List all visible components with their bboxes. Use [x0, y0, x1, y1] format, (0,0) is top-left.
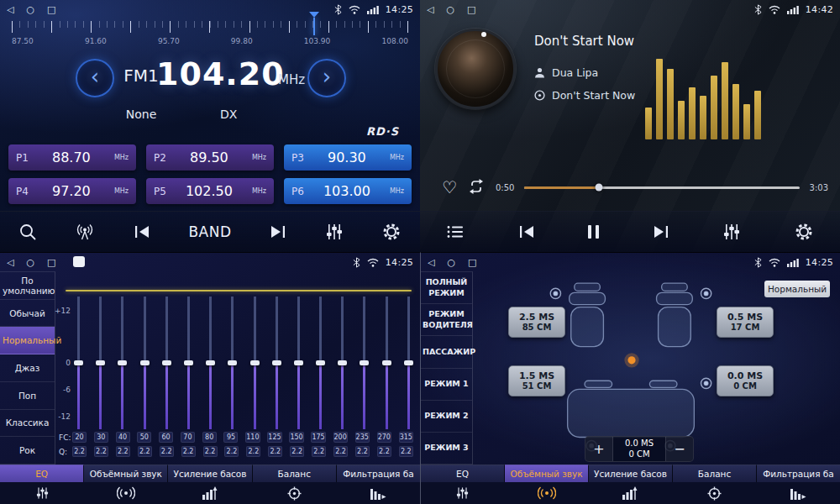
search-stations-button[interactable]: [15, 219, 40, 244]
recents-nav-icon[interactable]: □: [467, 4, 475, 15]
progress-bar[interactable]: [524, 186, 799, 189]
bottom-tab[interactable]: Фильтрация ба: [337, 465, 420, 482]
eq-preset-item[interactable]: Классика: [0, 410, 55, 438]
bottom-tab[interactable]: EQ: [421, 465, 505, 482]
slider-knob[interactable]: [250, 360, 260, 365]
eq-band-slider[interactable]: [228, 297, 237, 429]
audio-settings-button[interactable]: [322, 219, 347, 244]
recents-nav-icon[interactable]: □: [47, 257, 55, 268]
preset-button[interactable]: P2 89.50 MHz: [146, 144, 274, 171]
back-nav-icon[interactable]: ◁: [7, 257, 13, 268]
next-station-button[interactable]: [265, 221, 291, 243]
band-button[interactable]: BAND: [185, 220, 234, 244]
repeat-button[interactable]: [467, 178, 486, 197]
previous-station-button[interactable]: [129, 221, 155, 243]
filter-tab-icon[interactable]: [336, 486, 420, 500]
home-nav-icon[interactable]: ○: [26, 257, 34, 268]
bottom-tab[interactable]: Объёмный звук: [84, 465, 168, 482]
preset-button[interactable]: P6 103.00 MHz: [284, 178, 412, 204]
eq-tab-icon[interactable]: [421, 486, 505, 500]
preset-button[interactable]: P5 102.50 MHz: [146, 178, 274, 204]
eq-band-slider[interactable]: [184, 297, 193, 429]
eq-preset-item[interactable]: Поп: [0, 382, 55, 410]
bass-boost-tab-icon[interactable]: [168, 486, 252, 500]
speaker-delay-button[interactable]: 0.5 MS 17 CM: [717, 307, 774, 338]
increase-delay-button[interactable]: +: [585, 437, 613, 461]
home-nav-icon[interactable]: ○: [26, 4, 34, 15]
bottom-tab[interactable]: Усиление басов: [589, 465, 673, 482]
slider-knob[interactable]: [294, 360, 303, 365]
slider-knob[interactable]: [74, 360, 83, 365]
eq-band-slider[interactable]: [316, 297, 325, 429]
eq-preset-item[interactable]: Рок: [0, 437, 55, 465]
listening-mode-item[interactable]: ПАССАЖИР: [421, 336, 472, 368]
broadcast-scan-button[interactable]: [71, 219, 98, 244]
slider-knob[interactable]: [96, 360, 105, 365]
bottom-tab[interactable]: Усиление басов: [168, 465, 252, 482]
previous-track-button[interactable]: [514, 221, 539, 243]
back-nav-icon[interactable]: ◁: [7, 4, 13, 15]
eq-preset-item[interactable]: Джаз: [0, 354, 55, 382]
recents-nav-icon[interactable]: □: [47, 4, 55, 15]
speaker-delay-button[interactable]: 1.5 MS 51 CM: [508, 365, 565, 396]
home-nav-icon[interactable]: ○: [446, 4, 454, 15]
eq-band-slider[interactable]: [96, 297, 105, 429]
preset-button[interactable]: P3 90.30 MHz: [284, 144, 412, 171]
slider-knob[interactable]: [140, 360, 150, 365]
slider-knob[interactable]: [404, 360, 413, 365]
slider-knob[interactable]: [162, 360, 171, 365]
tune-up-button[interactable]: ›: [307, 59, 346, 97]
eq-band-slider[interactable]: [250, 297, 260, 429]
tuner-scale[interactable]: 87.5091.6095.7099.80103.90108.00: [12, 21, 408, 51]
listening-mode-item[interactable]: РЕЖИМ 2: [421, 401, 472, 433]
slider-knob[interactable]: [184, 360, 193, 365]
balance-tab-icon[interactable]: [672, 486, 756, 501]
slider-knob[interactable]: [118, 360, 127, 365]
listening-mode-item[interactable]: РЕЖИМ ВОДИТЕЛЯ: [421, 304, 472, 336]
eq-preset-item[interactable]: По умолчанию: [0, 272, 55, 300]
bottom-tab[interactable]: Объёмный звук: [505, 465, 589, 482]
listening-mode-item[interactable]: ПОЛНЫЙ РЕЖИМ: [421, 272, 472, 304]
decrease-delay-button[interactable]: −: [665, 437, 693, 461]
slider-knob[interactable]: [272, 360, 281, 365]
eq-band-slider[interactable]: [206, 297, 215, 429]
bottom-tab[interactable]: EQ: [0, 465, 84, 482]
bass-boost-tab-icon[interactable]: [589, 486, 673, 500]
eq-band-slider[interactable]: [382, 297, 391, 429]
slider-knob[interactable]: [228, 360, 237, 365]
settings-button[interactable]: [378, 218, 405, 245]
eq-band-slider[interactable]: [272, 297, 281, 429]
eq-band-slider[interactable]: [162, 297, 171, 429]
eq-band-slider[interactable]: [294, 297, 303, 429]
speaker-delay-button[interactable]: 0.0 MS 0 CM: [717, 365, 774, 396]
eq-band-slider[interactable]: [74, 297, 83, 429]
bottom-tab[interactable]: Фильтрация ба: [757, 465, 840, 482]
slider-knob[interactable]: [360, 360, 369, 365]
recents-nav-icon[interactable]: □: [468, 257, 476, 268]
speaker-delay-button[interactable]: 2.5 MS 85 CM: [508, 307, 565, 338]
slider-knob[interactable]: [382, 360, 391, 365]
favorite-button[interactable]: ♡: [442, 179, 457, 196]
eq-band-slider[interactable]: [338, 297, 347, 429]
eq-band-slider[interactable]: [140, 297, 150, 429]
eq-band-slider[interactable]: [404, 297, 413, 429]
bottom-tab[interactable]: Баланс: [253, 465, 337, 482]
preset-button[interactable]: P4 97.20 MHz: [8, 178, 136, 204]
balance-tab-icon[interactable]: [252, 486, 336, 501]
preset-button[interactable]: P1 88.70 MHz: [8, 144, 136, 171]
audio-settings-button[interactable]: [719, 219, 744, 244]
listening-mode-item[interactable]: РЕЖИМ 3: [421, 433, 472, 465]
eq-preset-item[interactable]: Обычай: [0, 300, 55, 328]
filter-tab-icon[interactable]: [756, 486, 840, 500]
eq-preset-item[interactable]: Нормальный: [0, 327, 55, 354]
back-nav-icon[interactable]: ◁: [427, 4, 433, 15]
progress-knob[interactable]: [595, 184, 602, 192]
eq-band-slider[interactable]: [360, 297, 369, 429]
pause-button[interactable]: [585, 222, 602, 242]
home-nav-icon[interactable]: ○: [447, 257, 455, 268]
eq-band-slider[interactable]: [118, 297, 127, 429]
surround-tab-icon[interactable]: [84, 486, 168, 500]
profile-button[interactable]: Нормальный: [764, 281, 830, 297]
listening-mode-item[interactable]: РЕЖИМ 1: [421, 369, 472, 401]
playlist-button[interactable]: [443, 221, 468, 243]
